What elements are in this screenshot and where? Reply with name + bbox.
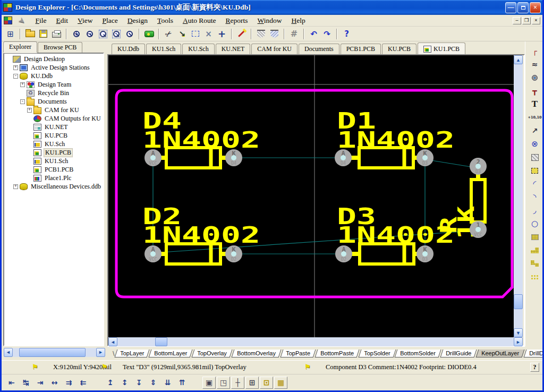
menu-window[interactable]: Window bbox=[253, 15, 287, 26]
place-dimension-icon[interactable]: ↗ bbox=[529, 124, 541, 137]
tree-item-design-desktop[interactable]: Design Desktop bbox=[5, 55, 103, 63]
pcb-drawing[interactable]: D41N4002AVCCKD4D11N4002AD4KD3D21N4002AVC… bbox=[108, 55, 514, 337]
scroll-track[interactable] bbox=[117, 337, 514, 346]
component-placement-icon[interactable]: ⊡ bbox=[260, 377, 273, 389]
move-to-grid-icon[interactable]: ┼ bbox=[231, 377, 244, 389]
layer-tab-topoverlay[interactable]: TopOverlay bbox=[192, 350, 233, 357]
align-top-icon[interactable]: ↥ bbox=[104, 377, 117, 389]
pad-K[interactable]: KD3 bbox=[416, 149, 434, 166]
center-vertical-icon[interactable]: ↕ bbox=[118, 377, 131, 389]
pad-K[interactable]: KD4 bbox=[225, 149, 242, 166]
document-icon[interactable] bbox=[4, 16, 12, 24]
arrange-in-rectangle-icon[interactable]: ◳ bbox=[217, 377, 230, 389]
design-tree[interactable]: Design Desktop+Active Design Stations-KU… bbox=[3, 53, 104, 346]
layer-tab-bottompaste[interactable]: BottomPaste bbox=[314, 350, 359, 357]
print-icon[interactable] bbox=[50, 28, 63, 40]
place-fill-icon[interactable] bbox=[529, 151, 541, 164]
tree-item-documents[interactable]: -Documents bbox=[5, 97, 103, 106]
component-R[interactable]: R1K2D31VCC bbox=[436, 158, 487, 239]
arc-center-icon[interactable]: ◝ bbox=[529, 191, 541, 203]
close-button[interactable]: × bbox=[530, 2, 541, 13]
title-bar[interactable]: Design Explorer - [C:\Documents and Sett… bbox=[0, 0, 544, 15]
explorer-hscrollbar[interactable]: ◄ ► bbox=[3, 346, 106, 358]
expand-toggle-icon[interactable]: - bbox=[20, 99, 25, 104]
tree-item-place1-plc[interactable]: Place1.Plc bbox=[5, 174, 103, 182]
layer-tab-toppaste[interactable]: TopPaste bbox=[280, 350, 316, 357]
scroll-left-icon[interactable]: ◄ bbox=[108, 337, 117, 346]
scroll-thumb[interactable] bbox=[514, 294, 523, 309]
component-D2[interactable]: D21N4002AVCCKD2 bbox=[142, 203, 260, 264]
scroll-track[interactable] bbox=[514, 64, 523, 328]
open-document-icon[interactable] bbox=[24, 28, 36, 40]
doc-tab-pcb1-pcb[interactable]: PCB1.PCB bbox=[341, 44, 381, 54]
place-component-icon[interactable] bbox=[529, 164, 541, 177]
tree-item-cam-outputs-for-ku[interactable]: CAM Outputs for KU bbox=[5, 114, 103, 123]
place-room-icon[interactable]: ⊗ bbox=[529, 138, 541, 150]
menu-view[interactable]: View bbox=[73, 15, 97, 26]
tree-item-cam-for-ku[interactable]: +CAM for KU bbox=[5, 106, 103, 114]
menu-tools[interactable]: Tools bbox=[152, 15, 178, 26]
expand-toggle-icon[interactable]: + bbox=[13, 65, 18, 70]
tree-item-recycle-bin[interactable]: Recycle Bin bbox=[5, 89, 103, 97]
pad-2[interactable]: 2D3 bbox=[470, 158, 487, 175]
tree-item-ku-pcb[interactable]: KU.PCB bbox=[5, 131, 103, 140]
doc-tab-ku-ddb[interactable]: KU.Ddb bbox=[112, 44, 145, 54]
arrange-components-icon[interactable]: ⊞ bbox=[245, 377, 259, 389]
align-bottom-icon[interactable]: ↧ bbox=[132, 377, 146, 389]
pad-A[interactable]: AD4 bbox=[335, 149, 352, 166]
arc-angle-icon[interactable]: ◞ bbox=[529, 204, 541, 217]
help-button[interactable]: ? bbox=[530, 363, 539, 372]
place-track-icon[interactable]: ┌ bbox=[529, 45, 541, 57]
explorer-panel-toggle-icon[interactable]: ⊞ bbox=[4, 28, 16, 40]
pad-K[interactable]: KD2 bbox=[225, 245, 242, 262]
copy-track-icon[interactable]: ↘ bbox=[176, 28, 188, 40]
layer-tab-bottomoverlay[interactable]: BottomOverlay bbox=[231, 350, 281, 357]
doc-tab-cam-for-ku[interactable]: CAM for KU bbox=[251, 44, 298, 54]
mdi-restore-button[interactable]: ❒ bbox=[522, 17, 531, 24]
space-vertical-equal-icon[interactable]: ⇕ bbox=[147, 377, 160, 389]
pad-1[interactable]: 1VCC bbox=[470, 221, 487, 238]
pad-A[interactable]: AVCC bbox=[144, 245, 162, 262]
doc-tab-ku-net[interactable]: KU.NET bbox=[216, 44, 251, 54]
placement-tools-icon[interactable]: ▦ bbox=[274, 377, 287, 389]
menu-reports[interactable]: Reports bbox=[221, 15, 253, 26]
tree-item-ku-net[interactable]: KU.NET bbox=[5, 123, 103, 131]
doc-tab-ku1-sch[interactable]: KU1.Sch bbox=[146, 44, 181, 54]
scroll-down-icon[interactable]: ▼ bbox=[514, 328, 523, 337]
layer-tab-drillguide[interactable]: DrillGuide bbox=[440, 350, 477, 357]
scroll-right-icon[interactable]: ► bbox=[514, 337, 523, 346]
scroll-thumb[interactable] bbox=[155, 337, 167, 346]
tree-item-miscellaneous-devices-ddb[interactable]: +Miscellaneous Devices.ddb bbox=[5, 182, 103, 191]
align-left-icon[interactable]: ⇤ bbox=[5, 377, 18, 389]
expand-toggle-icon[interactable]: + bbox=[27, 108, 32, 113]
zoom-in-icon[interactable]: + bbox=[70, 28, 82, 40]
undo-icon[interactable]: ↶ bbox=[308, 28, 320, 40]
layer-tab-bottomlayer[interactable]: BottomLayer bbox=[148, 350, 192, 357]
tree-item-active-design-stations[interactable]: +Active Design Stations bbox=[5, 63, 103, 72]
space-vertical-increase-icon[interactable]: ⇊ bbox=[161, 377, 174, 389]
align-right-icon[interactable]: ⇥ bbox=[33, 377, 47, 389]
menu-auto-route[interactable]: Auto Route bbox=[178, 15, 221, 26]
layer-tab-bottomsolder[interactable]: BottomSolder bbox=[395, 350, 441, 357]
space-vertical-decrease-icon[interactable]: ⇈ bbox=[175, 377, 189, 389]
select-area-icon[interactable] bbox=[189, 28, 201, 40]
special-wand-icon[interactable] bbox=[235, 28, 248, 40]
batch-drc-icon[interactable] bbox=[268, 28, 280, 40]
expand-toggle-icon[interactable]: + bbox=[20, 82, 25, 87]
pad-A[interactable]: AD2 bbox=[335, 245, 352, 262]
tree-item-ku-sch[interactable]: KU.Sch bbox=[5, 140, 103, 148]
component-D4[interactable]: D41N4002AVCCKD4 bbox=[142, 108, 260, 168]
grid-toggle-icon[interactable]: # bbox=[288, 28, 300, 40]
space-horizontal-equal-icon[interactable]: ↔ bbox=[48, 377, 61, 389]
move-icon[interactable]: + bbox=[216, 28, 228, 40]
space-horizontal-increase-icon[interactable]: ⇉ bbox=[62, 377, 75, 389]
place-pad-icon[interactable] bbox=[529, 71, 541, 84]
layer-tab-drilldrawing[interactable]: DrillDrawing bbox=[524, 350, 544, 357]
expand-toggle-icon[interactable]: + bbox=[13, 184, 18, 189]
align-center-horizontal-icon[interactable]: ↹ bbox=[19, 377, 32, 389]
arrange-in-room-icon[interactable]: ▣ bbox=[202, 377, 216, 389]
full-circle-icon[interactable]: ○ bbox=[529, 217, 541, 230]
pcb-canvas[interactable]: D41N4002AVCCKD4D11N4002AD4KD3D21N4002AVC… bbox=[108, 55, 514, 337]
zoom-point-icon[interactable]: · bbox=[123, 28, 135, 40]
component-D1[interactable]: D11N4002AD4KD3 bbox=[335, 108, 455, 168]
